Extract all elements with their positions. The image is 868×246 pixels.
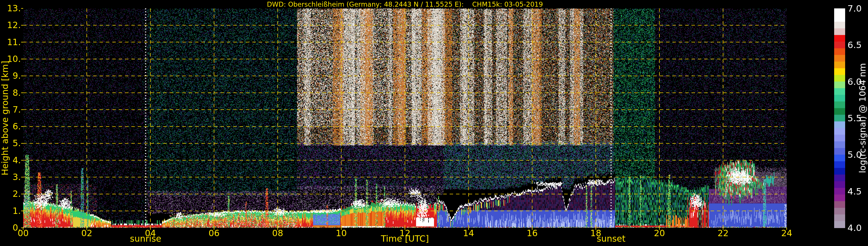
x-tick-label: 18: [584, 229, 607, 238]
colorbar-tick-label: 5.5: [847, 114, 868, 123]
x-tick-label: 20: [648, 229, 671, 238]
x-tick-label: 22: [711, 229, 735, 238]
y-tick-label: 12.: [0, 21, 21, 30]
y-tick-label: 0.: [0, 223, 21, 232]
y-tick-label: 7.: [0, 105, 21, 114]
y-tick-label: 9.: [0, 71, 21, 80]
backscatter-heatmap-canvas: [0, 0, 868, 246]
sunset-annotation: sunset: [568, 234, 654, 244]
colorbar-tick-label: 7.0: [847, 4, 868, 13]
y-tick-label: 5.: [0, 139, 21, 148]
y-tick-label: 8.: [0, 89, 21, 97]
y-tick-label: 3.: [0, 173, 21, 181]
colorbar-tick-label: 6.5: [847, 40, 868, 50]
x-tick-label: 14: [457, 229, 480, 238]
x-tick-label: 10: [330, 229, 353, 238]
y-tick-label: 11.: [0, 38, 21, 47]
chart-title: DWD: Oberschleißheim (Germany; 48.2443 N…: [23, 1, 787, 8]
y-tick-label: 1.: [0, 207, 21, 215]
x-tick-label: 08: [266, 229, 289, 238]
x-tick-label: 24: [775, 229, 798, 238]
colorbar-tick-label: 6.0: [847, 77, 868, 86]
y-tick-label: 2.: [0, 190, 21, 198]
y-tick-label: 4.: [0, 156, 21, 165]
x-tick-label: 12: [394, 229, 416, 238]
x-tick-label: 06: [203, 229, 226, 238]
colorbar-tick-label: 4.5: [847, 187, 868, 196]
y-tick-label: 10.: [0, 55, 21, 63]
colorbar-tick-label: 4.0: [847, 223, 868, 233]
x-tick-label: 02: [75, 229, 98, 238]
y-tick-label: 13.: [0, 4, 21, 13]
x-tick-label: 04: [139, 229, 162, 238]
ceilometer-quicklook-figure: DWD: Oberschleißheim (Germany; 48.2443 N…: [0, 0, 868, 246]
colorbar-tick-label: 5.0: [847, 150, 868, 159]
x-tick-label: 16: [521, 229, 544, 238]
y-tick-label: 6.: [0, 122, 21, 131]
